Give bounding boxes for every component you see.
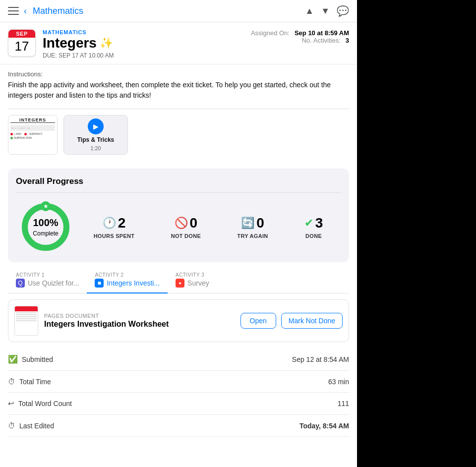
assignment-title: Integers ✨ [43,35,235,51]
done-num: 3 [315,215,323,231]
word-count-icon: ↩ [8,399,14,408]
sparkle-icon: ✨ [100,37,113,50]
video-duration: 1:20 [90,145,101,151]
assigned-on-label: Assigned On: [251,29,290,37]
open-button[interactable]: Open [240,313,276,329]
attachments-row: INTEGERS — ← → — ← — + ADD - SUBTRACT SU… [0,115,357,163]
no-activities-label: No. Activities: [302,37,341,44]
no-activities-value: 3 [346,37,349,44]
assigned-on-value: Sep 10 at 8:59 AM [295,29,349,37]
due-date: DUE: SEP 17 AT 10:00 AM [43,52,235,59]
last-edited-row: ⏱ Last Edited Today, 8:54 AM [8,415,349,437]
stat-try-again: 🔄 0 TRY AGAIN [237,215,268,239]
donut-chart: ★ 100% Complete [16,200,75,254]
document-thumbnail [14,306,38,336]
nav-up-arrow[interactable]: ▲ [305,6,314,16]
done-icon: ✔ [304,217,313,230]
last-edited-icon: ⏱ [8,421,15,430]
last-edited-value: Today, 8:54 AM [299,422,349,430]
header-row: SEP 17 MATHEMATICS Integers ✨ DUE: SEP 1… [0,22,357,64]
tab-activity-2[interactable]: ACTIVITY 2 ■ Integers Investi... [87,268,168,293]
hours-spent-label: HOURS SPENT [94,233,135,239]
activity-content: PAGES DOCUMENT Integers Investigation Wo… [8,299,349,342]
comment-icon[interactable]: 💬 [337,5,349,17]
submitted-check-icon: ✅ [8,354,18,364]
top-nav: ‹ Mathematics ▲ ▼ 💬 [0,0,357,22]
stats-grid: 🕐 2 HOURS SPENT 🚫 0 NOT DONE 🔄 0 [75,215,341,239]
assignment-meta: Assigned On: Sep 10 at 8:59 AM No. Activ… [243,22,357,51]
doc-thumb-body [15,311,38,335]
pages-icon: ■ [95,279,104,288]
stat-hours-spent: 🕐 2 HOURS SPENT [94,215,135,239]
play-button-icon[interactable]: ▶ [88,118,104,134]
activity-tabs-container: ACTIVITY 1 Q Use Quizlet for... ACTIVITY… [8,268,349,293]
stat-not-done: 🚫 0 NOT DONE [171,215,201,239]
submission-info: ✅ Submitted Sep 12 at 8:54 AM ⏱ Total Ti… [8,348,349,437]
mark-not-done-button[interactable]: Mark Not Done [281,313,343,329]
not-done-num: 0 [190,215,198,231]
activity-tabs: ACTIVITY 1 Q Use Quizlet for... ACTIVITY… [8,268,349,293]
done-label: DONE [305,233,322,239]
total-time-label: Total Time [19,378,51,386]
overall-progress-section: Overall Progress ★ 100% Complete [8,169,349,262]
total-time-row: ⏱ Total Time 63 min [8,371,349,393]
poster-title: INTEGERS [10,117,55,123]
nav-down-arrow[interactable]: ▼ [321,6,330,16]
instructions-section: Instructions: Finish the app activity an… [0,64,357,105]
back-chevron-icon[interactable]: ‹ [24,6,27,16]
stat-done: ✔ 3 DONE [304,215,323,239]
word-count-row: ↩ Total Word Count 111 [8,393,349,415]
doc-type-label: PAGES DOCUMENT [44,313,235,319]
assignment-header: SEP 17 MATHEMATICS Integers ✨ DUE: SEP 1… [0,22,243,64]
try-again-label: TRY AGAIN [237,233,268,239]
right-panel [357,0,476,467]
word-count-label: Total Word Count [18,400,72,408]
clock-icon-2: ⏱ [8,377,15,386]
word-count-value: 111 [338,400,349,408]
not-done-icon: 🚫 [175,217,188,230]
tab-activity-1[interactable]: ACTIVITY 1 Q Use Quizlet for... [8,268,87,293]
calendar-month: SEP [8,30,35,38]
nav-back-title[interactable]: Mathematics [33,6,83,16]
doc-name-label: Integers Investigation Worksheet [44,320,235,329]
donut-complete-label: Complete [33,230,58,237]
try-again-icon: 🔄 [241,217,254,230]
video-title: Tips & Tricks [77,136,114,143]
divider [8,109,349,109]
sidebar-toggle-icon[interactable] [8,7,19,15]
doc-thumb-header [15,306,38,311]
progress-title: Overall Progress [16,176,341,186]
try-again-num: 0 [256,215,264,231]
survey-icon: ✦ [176,279,184,288]
quizlet-icon: Q [16,279,25,288]
doc-actions: Open Mark Not Done [240,313,343,329]
hours-spent-num: 2 [118,215,126,231]
total-time-value: 63 min [328,378,349,386]
submitted-row: ✅ Submitted Sep 12 at 8:54 AM [8,348,349,371]
calendar-badge: SEP 17 [8,29,36,57]
instructions-text: Finish the app activity and worksheet, t… [8,80,349,101]
instructions-label: Instructions: [8,70,349,78]
tips-tricks-video-thumb[interactable]: ▶ Tips & Tricks 1:20 [63,115,128,155]
last-edited-label: Last Edited [19,422,54,430]
svg-text:★: ★ [43,203,49,210]
not-done-label: NOT DONE [171,233,201,239]
donut-percent: 100% [33,217,58,229]
submitted-date: Sep 12 at 8:54 AM [292,355,349,363]
clock-icon: 🕐 [103,217,116,230]
integers-poster-thumb[interactable]: INTEGERS — ← → — ← — + ADD - SUBTRACT SU… [8,115,58,155]
progress-divider [16,192,341,193]
subject-label: MATHEMATICS [43,29,235,35]
document-info: PAGES DOCUMENT Integers Investigation Wo… [44,313,235,329]
submitted-label: Submitted [22,355,53,363]
tab-activity-3[interactable]: ACTIVITY 3 ✦ Survey [168,268,237,293]
calendar-day: 17 [8,38,35,56]
